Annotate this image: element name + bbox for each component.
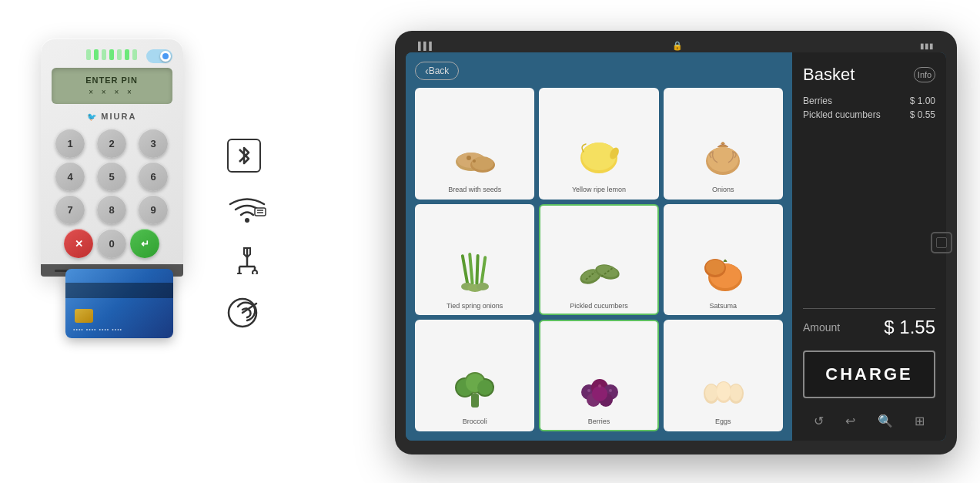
svg-rect-26	[475, 254, 479, 285]
product-bread[interactable]: Bread with seeds	[415, 88, 534, 200]
product-eggs[interactable]: Eggs	[664, 320, 783, 431]
svg-point-56	[609, 389, 612, 392]
key-2[interactable]: 2	[97, 129, 126, 158]
svg-rect-1	[255, 208, 266, 216]
cucumbers-label: Pickled cucumbers	[570, 302, 628, 310]
berries-image	[555, 361, 644, 414]
satsuma-image	[679, 245, 768, 299]
key-8[interactable]: 8	[97, 195, 126, 224]
tablet-section: ▌▌▌ 🔒 ▮▮▮ Back	[395, 31, 957, 454]
nav-grid-icon[interactable]: ⊞	[915, 414, 925, 428]
eggs-label: Eggs	[715, 418, 731, 426]
nav-search-icon[interactable]: 🔍	[878, 414, 893, 428]
screen-line2: × × × ×	[59, 88, 165, 96]
broccoli-svg	[448, 363, 502, 413]
spring-onion-svg	[448, 247, 502, 297]
toggle-knob	[160, 51, 171, 62]
svg-point-60	[705, 384, 717, 401]
bread-svg	[448, 132, 502, 179]
berries-svg	[572, 364, 626, 411]
back-button[interactable]: Back	[415, 62, 459, 80]
key-enter[interactable]: ↵	[130, 229, 159, 258]
onion-svg	[696, 130, 750, 180]
key-3[interactable]: 3	[139, 129, 168, 158]
key-9[interactable]: 9	[139, 195, 168, 224]
svg-point-18	[473, 159, 476, 163]
cucumbers-item-name: Pickled cucumbers	[803, 109, 881, 120]
bluetooth-icon	[236, 145, 253, 166]
nfc-icon	[227, 296, 267, 330]
berries-item-name: Berries	[803, 96, 832, 106]
bread-label: Bread with seeds	[448, 186, 501, 194]
light-3	[102, 49, 106, 60]
screen-line1: ENTER PIN	[59, 75, 165, 85]
wifi-icon-container	[227, 194, 267, 225]
basket-item-cucumbers: Pickled cucumbers $ 0.55	[803, 109, 935, 120]
spring-onions-label: Tied spring onions	[447, 302, 503, 310]
nav-back-icon[interactable]: ↺	[814, 414, 824, 428]
home-button[interactable]	[931, 232, 952, 253]
basket-item-berries: Berries $ 1.00	[803, 96, 935, 106]
eggs-image	[679, 361, 768, 414]
product-lemon[interactable]: Yellow ripe lemon	[539, 88, 658, 200]
berries-item-price: $ 1.00	[910, 96, 935, 106]
product-section: Back	[406, 52, 792, 441]
broccoli-label: Broccoli	[463, 418, 487, 426]
svg-point-47	[477, 380, 493, 395]
onions-label: Onions	[712, 186, 734, 194]
nav-undo-icon[interactable]: ↩	[845, 414, 855, 428]
total-amount: $ 1.55	[884, 317, 935, 338]
light-4	[109, 49, 114, 60]
light-5	[117, 49, 122, 60]
connection-icons	[227, 139, 267, 330]
product-berries[interactable]: Berries	[539, 320, 658, 431]
card-chip	[75, 309, 93, 323]
key-zero[interactable]: 0	[97, 229, 126, 258]
svg-point-62	[730, 384, 742, 401]
key-7[interactable]: 7	[55, 195, 85, 224]
basket-divider	[803, 308, 935, 309]
info-button[interactable]: Info	[914, 67, 935, 82]
light-2	[94, 49, 99, 60]
signal-indicator: ▌▌▌	[418, 42, 434, 50]
lemon-image	[555, 129, 644, 183]
spring-onions-image	[430, 245, 519, 299]
bottom-keys: ✕ 0 ↵	[52, 229, 172, 258]
svg-point-53	[592, 386, 607, 401]
product-spring-onions[interactable]: Tied spring onions	[415, 204, 534, 316]
svg-rect-41	[471, 394, 479, 408]
satsuma-label: Satsuma	[710, 302, 738, 310]
usb-icon	[230, 247, 264, 274]
lemon-svg	[572, 130, 626, 180]
product-cucumbers[interactable]: Pickled cucumbers	[539, 204, 658, 316]
bread-image	[430, 129, 519, 183]
basket-header: Basket Info	[803, 65, 935, 85]
card-numbers: •••• •••• •••• ••••	[73, 327, 122, 332]
product-onions[interactable]: Onions	[664, 88, 783, 200]
wifi-icon	[227, 194, 267, 225]
key-6[interactable]: 6	[139, 162, 168, 191]
card-reader: ENTER PIN × × × × MIURA 1 2 3 4 5 6 7 8 …	[41, 39, 183, 277]
cucumbers-item-price: $ 0.55	[910, 109, 935, 120]
light-7	[132, 49, 137, 60]
lemon-label: Yellow ripe lemon	[572, 186, 626, 194]
basket-nav: ↺ ↩ 🔍 ⊞	[803, 409, 935, 428]
svg-point-16	[472, 156, 493, 170]
basket-items: Berries $ 1.00 Pickled cucumbers $ 0.55	[803, 96, 935, 300]
svg-point-61	[717, 382, 731, 401]
power-toggle[interactable]	[146, 49, 172, 63]
bluetooth-icon-container	[227, 139, 261, 173]
light-1	[86, 49, 91, 60]
charge-button[interactable]: CHARGE	[803, 351, 935, 398]
keypad: 1 2 3 4 5 6 7 8 9	[52, 129, 172, 224]
svg-point-0	[245, 218, 249, 223]
key-cancel[interactable]: ✕	[64, 229, 93, 258]
key-4[interactable]: 4	[55, 162, 85, 191]
product-satsuma[interactable]: Satsuma	[664, 204, 783, 316]
svg-point-17	[467, 156, 471, 160]
key-1[interactable]: 1	[55, 129, 85, 158]
product-broccoli[interactable]: Broccoli	[415, 320, 534, 431]
berries-label: Berries	[588, 418, 610, 426]
svg-point-55	[598, 384, 601, 387]
key-5[interactable]: 5	[97, 162, 126, 191]
